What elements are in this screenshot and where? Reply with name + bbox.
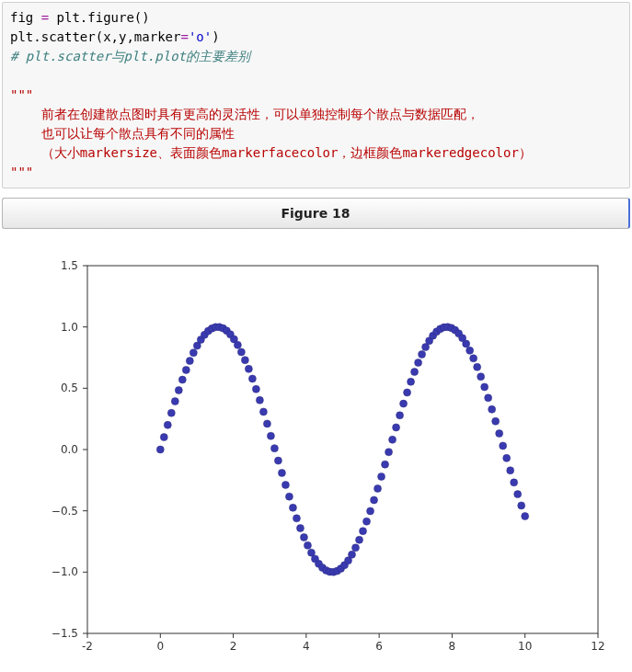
scatter-chart: -2024681012−1.5−1.0−0.50.00.51.01.5 [0,238,632,670]
svg-point-56 [248,375,256,382]
svg-point-126 [507,467,514,474]
svg-text:-2: -2 [82,640,93,653]
svg-point-84 [352,544,360,552]
svg-point-121 [488,405,496,413]
figure-title-bar: Figure 18 [2,198,630,229]
svg-point-68 [293,515,300,522]
svg-point-96 [396,412,404,419]
docstring-line: 前者在创建散点图时具有更高的灵活性，可以单独控制每个散点与数据匹配， [10,107,479,121]
svg-point-97 [400,400,408,407]
svg-point-55 [245,365,252,372]
svg-point-61 [267,432,274,439]
svg-text:−1.0: −1.0 [52,565,78,578]
svg-point-102 [419,351,426,359]
svg-text:−1.5: −1.5 [52,627,78,640]
code-token: = [180,29,188,44]
svg-point-32 [160,434,167,441]
svg-point-115 [466,347,474,354]
svg-point-58 [256,396,263,404]
svg-text:1.0: 1.0 [61,321,78,334]
svg-point-38 [182,366,190,373]
svg-point-90 [374,484,382,492]
svg-point-40 [190,349,197,357]
svg-point-122 [492,417,500,425]
svg-point-85 [356,536,363,543]
svg-point-117 [474,363,481,370]
code-token: 'o' [189,29,212,44]
svg-point-31 [156,446,164,453]
svg-point-83 [349,551,356,558]
svg-point-88 [367,507,374,515]
svg-point-34 [167,409,175,416]
code-token: fig [10,10,41,25]
docstring-line: （大小markersize、表面颜色markerfacecolor，边框颜色ma… [10,145,532,160]
svg-point-130 [522,513,529,520]
docstring-line: 也可以让每个散点具有不同的属性 [10,126,235,141]
svg-point-128 [514,491,522,498]
figure-title: Figure 18 [281,206,350,221]
svg-text:8: 8 [449,640,456,653]
svg-point-118 [477,373,485,381]
svg-point-35 [171,398,178,405]
svg-point-36 [175,386,182,393]
svg-text:0.0: 0.0 [61,443,78,456]
svg-point-125 [503,454,511,461]
svg-point-129 [518,502,525,509]
svg-point-39 [186,358,193,365]
svg-point-69 [296,525,304,532]
code-token: = [41,10,49,25]
svg-point-91 [378,473,385,480]
svg-point-124 [500,442,507,450]
svg-point-66 [285,493,293,500]
svg-point-67 [289,504,296,511]
svg-point-95 [393,424,400,431]
svg-point-70 [300,533,307,541]
code-token: ) [212,29,219,44]
svg-point-54 [241,357,248,364]
svg-point-100 [411,368,419,375]
svg-text:4: 4 [303,640,310,653]
svg-point-86 [360,528,367,535]
svg-point-52 [234,341,241,348]
svg-point-98 [404,389,411,396]
svg-point-53 [237,348,245,356]
svg-text:2: 2 [230,640,237,653]
svg-point-59 [259,408,267,416]
svg-point-127 [511,479,518,486]
svg-point-120 [485,394,492,402]
svg-point-37 [178,376,186,383]
svg-point-93 [385,449,393,456]
chart-svg: -2024681012−1.5−1.0−0.50.00.51.01.5 [0,238,632,670]
svg-point-60 [263,420,270,427]
svg-point-89 [371,496,378,504]
svg-point-116 [470,355,477,362]
svg-text:0: 0 [156,640,164,653]
svg-point-57 [252,385,259,393]
svg-point-64 [278,469,285,476]
svg-text:−0.5: −0.5 [52,505,78,518]
docstring-quotes: """ [10,87,33,102]
svg-text:0.5: 0.5 [61,382,78,394]
svg-text:10: 10 [518,640,532,653]
svg-point-33 [164,421,171,428]
code-token: plt.scatter(x,y,marker [10,29,180,44]
svg-point-62 [270,445,278,452]
svg-point-87 [363,518,371,525]
code-cell: fig = plt.figure() plt.scatter(x,y,marke… [2,2,630,188]
code-comment: # plt.scatter与plt.plot的主要差别 [10,49,250,63]
svg-point-114 [463,340,470,347]
docstring-quotes: """ [10,165,33,179]
svg-point-65 [282,481,289,488]
svg-point-63 [274,457,282,464]
svg-point-123 [496,429,503,437]
svg-point-101 [415,359,422,367]
svg-point-119 [481,383,488,391]
svg-point-71 [304,541,311,549]
svg-text:6: 6 [375,640,383,653]
svg-text:12: 12 [591,640,604,653]
svg-text:1.5: 1.5 [61,259,78,272]
svg-point-92 [382,461,389,468]
code-token: plt.figure() [49,10,150,25]
svg-point-99 [408,378,415,385]
svg-point-94 [389,436,396,443]
